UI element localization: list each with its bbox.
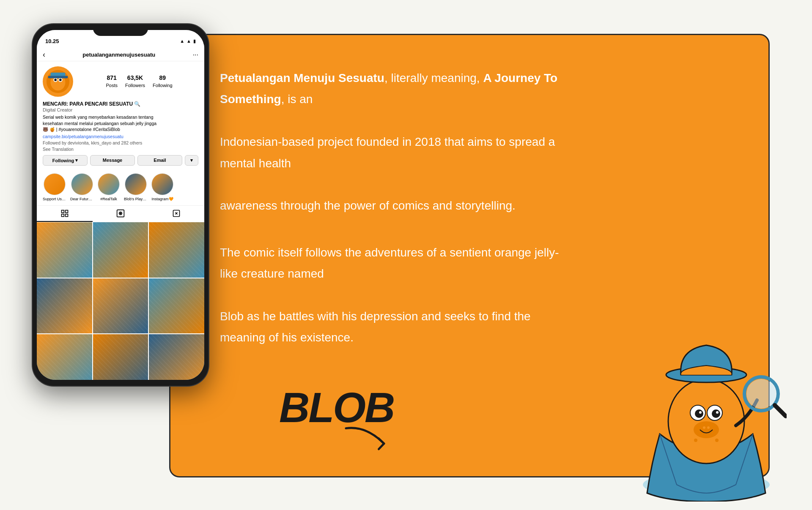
ig-tabs xyxy=(37,205,204,222)
grid-item-7[interactable] xyxy=(37,334,92,380)
phone-notch xyxy=(93,24,148,36)
ig-profile: 871 Posts 63,5K Followers 89 Following xyxy=(37,61,204,173)
highlight-label-2: Dear Future... xyxy=(70,197,93,201)
avatar xyxy=(43,66,73,97)
battery-icon: ▮ xyxy=(193,38,196,44)
grid-item-8[interactable] xyxy=(93,334,148,380)
description-paragraph-2: The comic itself follows the adventures … xyxy=(220,242,567,349)
blob-text: BLOB xyxy=(279,384,394,431)
wifi-icon: ▲ xyxy=(187,38,191,44)
phone-screen: 10.25 ▲ ▲ ▮ ‹ petualanganmenujusesuatu ·… xyxy=(37,30,204,380)
following-button[interactable]: Following ▾ xyxy=(43,155,88,166)
svg-point-24 xyxy=(716,411,719,414)
bio-type: Digital Creator xyxy=(43,107,198,112)
ig-header: ‹ petualanganmenujusesuatu ··· xyxy=(37,49,204,61)
svg-point-22 xyxy=(712,409,720,418)
email-button[interactable]: Email xyxy=(137,155,182,166)
svg-rect-12 xyxy=(66,214,68,217)
following-chevron: ▾ xyxy=(75,158,78,163)
status-icons: ▲ ▲ ▮ xyxy=(180,38,196,44)
ig-stat-followers[interactable]: 63,5K Followers xyxy=(125,74,145,89)
highlight-3[interactable]: #RealTalk xyxy=(98,173,120,201)
svg-point-25 xyxy=(694,421,719,438)
tab-tagged[interactable] xyxy=(148,206,204,222)
bio-translate[interactable]: See Translation xyxy=(43,147,198,152)
tab-reels[interactable] xyxy=(93,206,148,222)
highlight-2[interactable]: Dear Future... xyxy=(70,173,93,201)
ig-photo-grid xyxy=(37,222,204,380)
posts-count: 871 xyxy=(106,74,118,81)
svg-point-23 xyxy=(699,411,702,414)
svg-rect-9 xyxy=(62,210,64,213)
blob-label: BLOB xyxy=(279,383,394,432)
svg-point-15 xyxy=(120,213,121,214)
character-illustration xyxy=(626,311,787,502)
svg-point-26 xyxy=(703,426,705,429)
ig-stat-posts[interactable]: 871 Posts xyxy=(106,74,118,89)
svg-point-27 xyxy=(707,426,710,429)
bio-link[interactable]: campsite.bio/petualanganmenujusesuatu xyxy=(43,134,198,139)
following-label: Following xyxy=(153,83,172,88)
posts-label: Posts xyxy=(106,83,118,88)
svg-point-32 xyxy=(715,439,719,442)
bio-text: Serial web komik yang menyebarkan kesada… xyxy=(43,114,198,133)
svg-rect-10 xyxy=(66,210,68,213)
story-highlights: Support Us!... Dear Future... #RealTalk … xyxy=(37,173,204,205)
ig-profile-top: 871 Posts 63,5K Followers 89 Following xyxy=(43,66,198,97)
svg-line-30 xyxy=(775,405,786,416)
ig-action-buttons: Following ▾ Message Email ▾ xyxy=(43,155,198,166)
svg-rect-11 xyxy=(62,214,64,217)
ig-stats: 871 Posts 63,5K Followers 89 Following xyxy=(80,74,198,89)
svg-point-6 xyxy=(59,79,62,81)
dropdown-button[interactable]: ▾ xyxy=(185,155,198,166)
grid-item-4[interactable] xyxy=(37,278,92,334)
highlight-5[interactable]: Instagram🧡 xyxy=(151,173,173,201)
back-arrow-icon[interactable]: ‹ xyxy=(43,50,45,59)
phone-mockup: 10.25 ▲ ▲ ▮ ‹ petualanganmenujusesuatu ·… xyxy=(32,23,209,488)
phone-outer: 10.25 ▲ ▲ ▮ ‹ petualanganmenujusesuatu ·… xyxy=(32,23,209,387)
followers-count: 63,5K xyxy=(125,74,145,81)
svg-rect-8 xyxy=(48,76,68,78)
more-options-icon[interactable]: ··· xyxy=(193,51,198,59)
bio-name: MENCARI: PARA PENCARI SESUATU 🔍 xyxy=(43,101,198,107)
grid-item-6[interactable] xyxy=(149,278,204,334)
signal-icon: ▲ xyxy=(180,38,184,44)
grid-item-3[interactable] xyxy=(149,222,204,278)
bio-followed: Followed by devivionita, kkrs_dayo and 2… xyxy=(43,140,198,145)
project-name-bold: Petualangan Menuju Sesuatu xyxy=(220,71,384,85)
highlight-1[interactable]: Support Us!... xyxy=(43,173,66,201)
svg-point-5 xyxy=(54,79,57,81)
followers-label: Followers xyxy=(125,83,145,88)
highlight-4[interactable]: Blob's Playlist xyxy=(124,173,147,201)
grid-item-9[interactable] xyxy=(149,334,204,380)
highlight-label-1: Support Us!... xyxy=(43,197,66,201)
svg-point-21 xyxy=(695,409,703,418)
highlight-label-3: #RealTalk xyxy=(100,197,117,201)
ig-username: petualanganmenujusesuatu xyxy=(82,52,155,58)
highlight-label-5: Instagram🧡 xyxy=(151,197,173,201)
grid-item-5[interactable] xyxy=(93,278,148,334)
following-label: Following xyxy=(52,158,74,163)
description-paragraph-1: Petualangan Menuju Sesuatu, literally me… xyxy=(220,68,567,217)
svg-point-29 xyxy=(746,379,776,409)
grid-item-1[interactable] xyxy=(37,222,92,278)
svg-point-31 xyxy=(694,439,697,442)
highlight-label-4: Blob's Playlist xyxy=(124,197,147,201)
ig-stat-following[interactable]: 89 Following xyxy=(153,74,172,89)
description-area: Petualangan Menuju Sesuatu, literally me… xyxy=(220,68,567,349)
status-time: 10.25 xyxy=(45,38,59,44)
grid-item-2[interactable] xyxy=(93,222,148,278)
message-button[interactable]: Message xyxy=(90,155,135,166)
tab-grid[interactable] xyxy=(37,206,93,222)
following-count: 89 xyxy=(153,74,172,81)
